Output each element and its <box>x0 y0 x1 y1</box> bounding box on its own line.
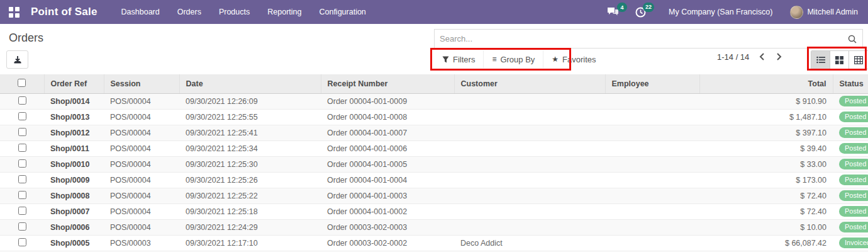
order-ref-cell: Shop/0013 <box>44 109 104 125</box>
menu-item-dashboard[interactable]: Dashboard <box>113 0 169 24</box>
status-cell: Posted <box>833 156 868 172</box>
total-cell: $ 173.00 <box>699 172 833 188</box>
table-row[interactable]: Shop/0006 POS/00004 09/30/2021 12:24:29 … <box>0 219 868 235</box>
session-cell: POS/00004 <box>104 93 179 109</box>
customer-cell <box>454 188 605 203</box>
table-row[interactable]: Shop/0012 POS/00004 09/30/2021 12:25:41 … <box>0 125 868 140</box>
star-icon: ★ <box>552 55 559 64</box>
employee-cell <box>605 156 699 172</box>
favorites-button[interactable]: ★ Favorites <box>543 50 604 68</box>
table-row[interactable]: Shop/0008 POS/00004 09/30/2021 12:25:22 … <box>0 188 868 203</box>
list-view-button[interactable] <box>811 51 830 69</box>
customer-cell <box>454 93 605 109</box>
filter-icon <box>442 56 449 63</box>
date-cell: 09/30/2021 12:26:09 <box>179 93 321 109</box>
session-cell: POS/00004 <box>104 109 179 125</box>
pager-next-button[interactable] <box>775 52 783 62</box>
customer-cell <box>454 203 605 219</box>
total-cell: $ 72.40 <box>699 203 833 219</box>
kanban-view-icon <box>835 56 843 64</box>
user-menu[interactable]: Mitchell Admin <box>790 6 858 19</box>
menu-item-orders[interactable]: Orders <box>169 0 210 24</box>
status-cell: Posted <box>833 219 868 235</box>
order-ref-cell: Shop/0005 <box>44 235 104 251</box>
table-row[interactable]: Shop/0009 POS/00004 09/30/2021 12:25:26 … <box>0 172 868 188</box>
app-brand[interactable]: Point of Sale <box>31 6 97 18</box>
row-checkbox[interactable] <box>18 159 26 168</box>
column-header-customer[interactable]: Customer <box>454 74 605 93</box>
pager-previous-button[interactable] <box>758 52 766 62</box>
apps-menu-icon[interactable] <box>9 7 19 18</box>
pager-value[interactable]: 1-14 / 14 <box>717 52 749 62</box>
table-row[interactable]: Shop/0011 POS/00004 09/30/2021 12:25:34 … <box>0 140 868 156</box>
filters-button[interactable]: Filters <box>434 50 484 68</box>
total-cell: $ 33.00 <box>699 156 833 172</box>
status-cell: Posted <box>833 109 868 125</box>
group-by-button[interactable]: ≡ Group By <box>484 50 543 68</box>
order-ref-cell: Shop/0012 <box>44 125 104 140</box>
order-ref-cell: Shop/0008 <box>44 188 104 203</box>
column-header-date[interactable]: Date <box>179 74 321 93</box>
receipt-cell: Order 00004-001-0006 <box>321 140 454 156</box>
messages-icon[interactable]: 4 <box>607 7 619 17</box>
column-header-session[interactable]: Session <box>104 74 179 93</box>
customer-cell: Deco Addict <box>454 235 605 251</box>
status-cell: Posted <box>833 125 868 140</box>
column-header-receipt-number[interactable]: Receipt Number <box>321 74 454 93</box>
session-cell: POS/00004 <box>104 125 179 140</box>
status-cell: Posted <box>833 188 868 203</box>
column-header-employee[interactable]: Employee <box>605 74 699 93</box>
order-ref-cell: Shop/0014 <box>44 93 104 109</box>
activities-icon[interactable]: 22 <box>635 7 646 18</box>
receipt-cell: Order 00003-002-0002 <box>321 235 454 251</box>
employee-cell <box>605 93 699 109</box>
menu-item-products[interactable]: Products <box>210 0 259 24</box>
search-icon <box>848 35 857 43</box>
orders-table: Order Ref Session Date Receipt Number Cu… <box>0 74 868 251</box>
export-button[interactable] <box>6 50 28 69</box>
row-checkbox[interactable] <box>18 238 26 246</box>
select-all-checkbox[interactable] <box>18 79 26 87</box>
receipt-cell: Order 00004-001-0005 <box>321 156 454 172</box>
table-row[interactable]: Shop/0014 POS/00004 09/30/2021 12:26:09 … <box>0 93 868 109</box>
total-cell: $ 10.00 <box>699 219 833 235</box>
search-input[interactable] <box>435 34 848 43</box>
column-header-total[interactable]: Total <box>699 74 833 93</box>
row-checkbox[interactable] <box>18 144 26 152</box>
session-cell: POS/00004 <box>104 219 179 235</box>
customer-cell <box>454 109 605 125</box>
row-checkbox[interactable] <box>18 207 26 215</box>
column-header-order-ref[interactable]: Order Ref <box>44 74 104 93</box>
kanban-view-button[interactable] <box>830 51 849 69</box>
row-checkbox[interactable] <box>18 96 26 105</box>
employee-cell <box>605 125 699 140</box>
table-row[interactable]: Shop/0013 POS/00004 09/30/2021 12:25:55 … <box>0 109 868 125</box>
search-options: Filters ≡ Group By ★ Favorites <box>434 50 604 68</box>
employee-cell <box>605 172 699 188</box>
table-row[interactable]: Shop/0007 POS/00004 09/30/2021 12:25:18 … <box>0 203 868 219</box>
session-cell: POS/00004 <box>104 172 179 188</box>
session-cell: POS/00003 <box>104 235 179 251</box>
total-cell: $ 72.40 <box>699 188 833 203</box>
table-row[interactable]: Shop/0010 POS/00004 09/30/2021 12:25:30 … <box>0 156 868 172</box>
receipt-cell: Order 00004-001-0002 <box>321 203 454 219</box>
page-title: Orders <box>9 32 43 45</box>
row-checkbox[interactable] <box>18 175 26 183</box>
employee-cell <box>605 203 699 219</box>
row-checkbox[interactable] <box>18 128 26 136</box>
table-row[interactable]: Shop/0005 POS/00003 09/30/2021 12:17:10 … <box>0 235 868 251</box>
menu-item-reporting[interactable]: Reporting <box>259 0 310 24</box>
row-checkbox[interactable] <box>18 112 26 120</box>
pivot-view-icon <box>854 56 863 64</box>
session-cell: POS/00004 <box>104 156 179 172</box>
company-switcher[interactable]: My Company (San Francisco) <box>669 8 772 16</box>
order-ref-cell: Shop/0009 <box>44 172 104 188</box>
order-ref-cell: Shop/0011 <box>44 140 104 156</box>
row-checkbox[interactable] <box>18 222 26 231</box>
menu-item-configuration[interactable]: Configuration <box>310 0 374 24</box>
column-header-status[interactable]: Status <box>833 74 868 93</box>
pivot-view-button[interactable] <box>849 51 868 69</box>
row-checkbox[interactable] <box>18 191 26 199</box>
date-cell: 09/30/2021 12:25:34 <box>179 140 321 156</box>
top-navbar: Point of Sale Dashboard Orders Products … <box>0 0 868 24</box>
